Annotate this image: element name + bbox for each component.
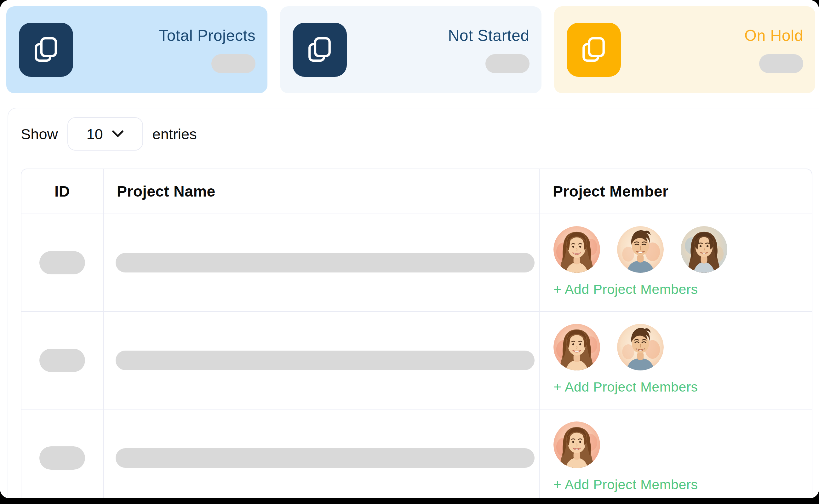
stat-card-label: Not Started [448,26,529,45]
table-row-2-id-cell [21,312,104,409]
entries-select-value: 10 [86,125,103,143]
stat-value-loading-placeholder [485,54,530,73]
woman-coral-avatar [553,324,600,370]
woman-coral-avatar [553,421,600,468]
stat-card-label: Total Projects [159,26,255,45]
dashboard-page: Total Projects Not Started On Hold [0,0,819,498]
column-header-id: ID [21,169,104,214]
chevron-down-icon [112,130,124,138]
column-header-project-member: Project Member [540,169,812,214]
copy-icon [293,23,347,77]
project-name-loading-placeholder [116,351,535,370]
add-project-members-link[interactable]: + Add Project Members [553,282,698,297]
projects-table: ID Project Name Project Member + Add Pro… [21,169,812,498]
table-row-2-name-cell [104,312,540,409]
entries-control: Show 10 entries [21,117,819,151]
add-project-members-link[interactable]: + Add Project Members [553,379,698,395]
woman-blue-avatar [681,226,727,273]
stat-card-total-projects: Total Projects [6,6,267,93]
entries-select[interactable]: 10 [67,117,143,151]
table-row-1-name-cell [104,214,540,312]
id-loading-placeholder [39,349,85,372]
man-peach-avatar [617,324,664,370]
table-row-3-id-cell [21,409,104,498]
table-row-2-member-cell: + Add Project Members [540,312,812,409]
stats-card-row: Total Projects Not Started On Hold [6,6,815,93]
member-avatars [553,421,600,468]
member-avatars [553,226,727,273]
projects-table-panel: Show 10 entries ID Project Name Project … [8,108,819,498]
show-label: Show [21,125,58,143]
stat-card-label: On Hold [744,26,803,45]
table-row-3-member-cell: + Add Project Members [540,409,812,498]
entries-label: entries [152,125,197,143]
project-name-loading-placeholder [116,253,535,272]
table-row-1-member-cell: + Add Project Members [540,214,812,312]
id-loading-placeholder [39,251,85,274]
copy-icon [567,23,621,77]
table-row-1-id-cell [21,214,104,312]
stat-value-loading-placeholder [211,54,255,73]
stat-card-on-hold: On Hold [554,6,815,93]
man-peach-avatar [617,226,664,273]
add-project-members-link[interactable]: + Add Project Members [553,477,698,492]
member-avatars [553,324,664,370]
woman-coral-avatar [553,226,600,273]
id-loading-placeholder [39,446,85,470]
project-name-loading-placeholder [116,448,535,468]
stat-card-not-started: Not Started [280,6,541,93]
stat-value-loading-placeholder [759,54,803,73]
table-row-3-name-cell [104,409,540,498]
column-header-project-name: Project Name [104,169,540,214]
copy-icon [19,23,73,77]
